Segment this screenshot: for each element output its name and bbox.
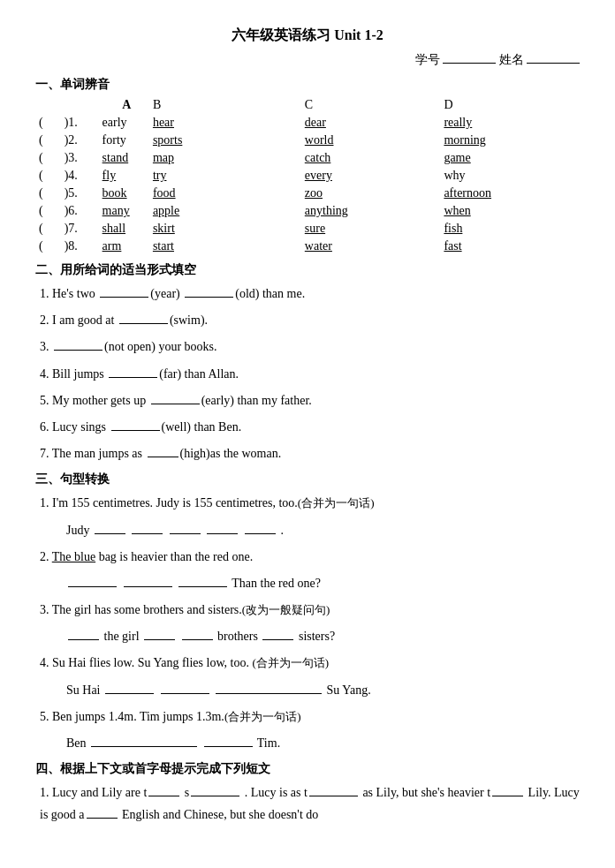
s3-4-suyang: Su Yang. [327, 683, 371, 697]
s3-2-b3[interactable] [178, 586, 227, 587]
s2-1-blank1[interactable] [100, 297, 148, 298]
vocab-1a: early [102, 116, 127, 129]
section3-item5-prompt: 5. Ben jumps 1.4m. Tim jumps 1.3m.(合并为一句… [40, 706, 580, 728]
s2-2-blank[interactable] [119, 323, 168, 324]
s2-6-blank[interactable] [111, 430, 160, 431]
vocab-1b: hear [153, 116, 174, 129]
s3-1-b5[interactable] [245, 533, 276, 534]
section2-item5: 5. My mother gets up (early) than my fat… [40, 389, 580, 411]
s3-5-b2[interactable] [204, 746, 253, 747]
s2-4-blank[interactable] [109, 377, 157, 378]
s2-3-text: 3. [40, 340, 52, 353]
section2-item7: 7. The man jumps as (high)as the woman. [40, 442, 580, 464]
s4-1-b2[interactable] [191, 796, 239, 796]
s3-3-b3[interactable] [182, 639, 213, 640]
s3-5-ben: Ben [66, 736, 89, 750]
col-c-header: C [305, 98, 313, 111]
section3-item1-fill: Judy . [40, 519, 580, 541]
s2-3-blank[interactable] [54, 350, 102, 351]
s3-3-b4[interactable] [262, 639, 293, 640]
student-num-field[interactable] [443, 63, 496, 64]
s2-1-year: (year) [150, 287, 183, 300]
vocab-4c: every [305, 169, 332, 182]
s3-2-b2[interactable] [124, 586, 172, 587]
s3-5-b1[interactable] [91, 746, 197, 747]
s3-1-b4[interactable] [207, 533, 238, 534]
s3-2-prompt: 2. [40, 550, 52, 563]
s2-7-text: 7. The man jumps as [40, 447, 146, 460]
s3-1-prompt: 1. I'm 155 centimetres. Judy is 155 cent… [40, 496, 298, 509]
section2-title: 二、用所给词的适当形式填空 [35, 262, 580, 278]
vocab-8a: arm [102, 239, 122, 253]
s2-5-blank[interactable] [151, 404, 200, 404]
vocab-5d: afternoon [444, 186, 491, 200]
vocab-7d: fish [444, 222, 462, 235]
vocab-2d: morning [444, 133, 485, 147]
s4-1-end: English and Chinese, but she doesn't do [122, 808, 318, 821]
section3-item4-fill: Su Hai Su Yang. [40, 679, 580, 701]
vocab-2a: forty [102, 133, 126, 147]
s4-1-b1[interactable] [148, 796, 179, 796]
vocab-4b: try [153, 169, 167, 182]
s3-3-prompt: 3. The girl has some brothers and sister… [40, 603, 242, 616]
section2-item2: 2. I am good at (swim). [40, 309, 580, 331]
s4-1-mid: . Lucy is as t [245, 786, 308, 799]
s3-1-b2[interactable] [132, 533, 163, 534]
s4-1-b3[interactable] [309, 796, 358, 796]
s3-1-instruction: (合并为一句话) [298, 496, 375, 509]
section3-item2-fill: Than the red one? [40, 572, 580, 594]
vocab-8c: water [305, 239, 332, 253]
s3-4-suhai: Su Hai [66, 683, 103, 697]
vocab-table: A B C D ( )1. early hear dear really ( )… [35, 96, 580, 255]
s2-4-text: 4. Bill jumps [40, 367, 107, 381]
s3-3-sisters: sisters? [299, 630, 335, 643]
s3-4-b1[interactable] [105, 693, 154, 694]
vocab-7b: skirt [153, 222, 175, 235]
s3-2-b1[interactable] [68, 586, 117, 587]
s2-5-early: (early) than my father. [201, 394, 312, 407]
s2-7-blank[interactable] [148, 457, 178, 457]
s3-3-b2[interactable] [144, 639, 175, 640]
vocab-6c: anything [305, 204, 348, 217]
vocab-3b: map [153, 151, 174, 164]
s4-1-s: s [185, 786, 189, 799]
section2-item6: 6. Lucy sings (well) than Ben. [40, 416, 580, 438]
vocab-1d: really [444, 116, 472, 129]
s3-4-instruction: (合并为一句话) [252, 656, 329, 669]
s2-1-blank2[interactable] [185, 297, 233, 298]
col-d-header: D [444, 98, 452, 111]
section3-item4-prompt: 4. Su Hai flies low. Su Yang flies low, … [40, 652, 580, 674]
s2-6-well: (well) than Ben. [162, 420, 242, 434]
section4-title: 四、根据上下文或首字母提示完成下列短文 [35, 761, 580, 777]
vocab-5b: food [153, 186, 176, 200]
s3-1-b3[interactable] [170, 533, 201, 534]
s2-5-text: 5. My mother gets up [40, 394, 149, 407]
s3-4-b2[interactable] [161, 693, 209, 694]
s3-1-period: . [280, 524, 284, 537]
student-info: 学号 姓名 [35, 52, 580, 68]
s2-6-text: 6. Lucy sings [40, 420, 110, 434]
vocab-5a: book [102, 186, 127, 200]
s3-1-b1[interactable] [95, 533, 125, 534]
s3-4-prompt: 4. Su Hai flies low. Su Yang flies low, … [40, 656, 252, 669]
section4-item1: 1. Lucy and Lily are t s . Lucy is as t … [40, 781, 580, 826]
s4-1-b4[interactable] [492, 796, 523, 796]
vocab-2c: world [305, 133, 334, 147]
vocab-6d: when [444, 204, 470, 217]
vocab-row-7: ( )7. shall skirt sure fish [35, 220, 580, 238]
s3-5-tim: Tim. [257, 736, 280, 750]
vocab-8b: start [153, 239, 174, 253]
s2-3-open: (not open) your books. [104, 340, 217, 353]
s3-3-b1[interactable] [68, 639, 99, 640]
student-name-label: 姓名 [499, 53, 524, 66]
page-title: 六年级英语练习 Unit 1-2 [35, 26, 580, 45]
vocab-3a: stand [102, 151, 129, 164]
s4-1-b5[interactable] [87, 818, 118, 819]
student-name-field[interactable] [527, 63, 580, 64]
col-a-header: A [122, 98, 131, 111]
s3-2-rest: bag is heavier than the red one. [95, 550, 253, 563]
vocab-row-3: ( )3. stand map catch game [35, 149, 580, 167]
vocab-row-5: ( )5. book food zoo afternoon [35, 185, 580, 202]
s3-4-b3[interactable] [216, 693, 322, 694]
s3-5-instruction: (合并为一句话) [224, 710, 301, 723]
